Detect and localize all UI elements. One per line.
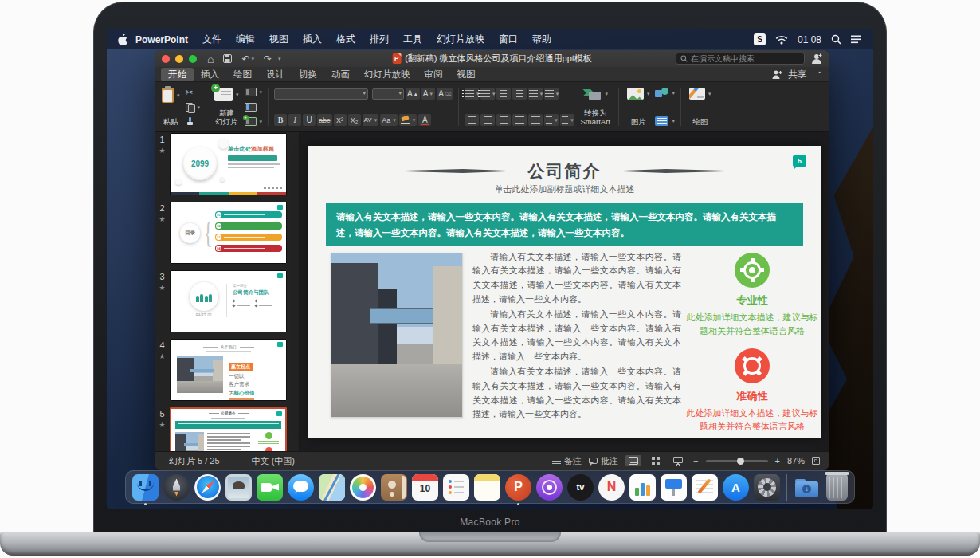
slide-thumbnail-5-selected[interactable]: 公司简介 <box>170 407 287 451</box>
character-spacing-button[interactable]: AV▾ <box>363 114 379 126</box>
font-size-combobox[interactable] <box>372 88 404 100</box>
zoom-out-button[interactable]: − <box>693 456 698 466</box>
font-color-button[interactable]: A <box>418 114 431 126</box>
dock-keynote-icon[interactable] <box>661 474 687 501</box>
text-box-icon[interactable] <box>655 116 668 126</box>
share-button[interactable]: 共享 <box>789 69 807 81</box>
customize-toolbar-icon[interactable]: ▾ <box>278 56 281 61</box>
feature1-title[interactable]: 专业性 <box>737 293 768 308</box>
justify-button[interactable] <box>512 114 527 126</box>
current-slide[interactable]: 5 公司简介 单击此处添加副标题或详细文本描述 请输入有关文本描述，请输入一些文… <box>308 146 821 438</box>
menu-item-view[interactable]: 视图 <box>269 33 288 46</box>
align-right-button[interactable] <box>496 114 511 126</box>
menu-item-slideshow[interactable]: 幻灯片放映 <box>437 33 484 46</box>
slide-body-text[interactable]: 请输入有关文本描述，请输入一些文本内容。请输入有关文本描述，请输入一些文本内容。… <box>472 250 681 423</box>
dock-contacts-icon[interactable] <box>381 474 407 501</box>
draw-button[interactable]: ▾ 绘图 <box>687 86 714 128</box>
grow-font-button[interactable]: A▲ <box>406 88 420 100</box>
slide-thumbnail-4[interactable]: 关于我们 赢在起点 一切以 客户需求 为核心价值 <box>170 339 287 401</box>
fit-slide-icon[interactable] <box>812 457 820 465</box>
dock-launchpad-icon[interactable] <box>163 474 190 501</box>
dock-trash-icon[interactable] <box>826 474 848 501</box>
notes-toggle[interactable]: 备注 <box>552 455 582 467</box>
shrink-font-button[interactable]: A▼ <box>421 88 436 100</box>
increase-indent-button[interactable] <box>512 88 527 100</box>
text-highlight-button[interactable]: ▾ <box>399 114 417 126</box>
dock-appletv-icon[interactable]: tv <box>567 474 594 501</box>
spotlight-search-icon[interactable] <box>831 34 841 45</box>
italic-button[interactable]: I <box>288 114 301 126</box>
slide-thumbnail-2[interactable]: 目录 { 01 02 03 04 <box>170 202 287 264</box>
tab-review[interactable]: 审阅 <box>417 68 450 81</box>
bold-button[interactable]: B <box>274 114 287 126</box>
format-painter-icon[interactable] <box>186 117 194 126</box>
tab-animations[interactable]: 动画 <box>324 68 357 81</box>
tab-transitions[interactable]: 切换 <box>292 68 324 81</box>
dock-appstore-icon[interactable]: A <box>723 474 749 501</box>
bullets-button[interactable]: ▾ <box>465 88 479 100</box>
menu-item-window[interactable]: 窗口 <box>499 33 518 46</box>
underline-button[interactable]: U <box>303 114 316 126</box>
shapes-icon[interactable] <box>655 88 668 99</box>
tab-home[interactable]: 开始 <box>161 68 194 81</box>
zoom-in-button[interactable]: + <box>775 456 780 466</box>
clear-formatting-button[interactable]: A⌫ <box>437 88 453 100</box>
slide-title[interactable]: 公司简介 <box>528 160 602 183</box>
paste-button[interactable]: ▾ 粘贴 <box>159 86 182 128</box>
distribute-button[interactable] <box>528 114 543 126</box>
normal-view-button[interactable] <box>625 455 641 466</box>
zoom-percentage[interactable]: 87% <box>787 456 805 466</box>
home-icon[interactable]: ⌂ <box>207 53 214 65</box>
picture-button[interactable]: ▾ 图片 <box>625 86 653 128</box>
dock-system-preferences-icon[interactable] <box>754 474 780 501</box>
feature2-description[interactable]: 此处添加详细文本描述，建议与标题相关并符合整体语言风格 <box>684 407 820 434</box>
tab-slideshow[interactable]: 幻灯片放映 <box>357 68 417 81</box>
dock-maps-icon[interactable] <box>319 474 345 501</box>
slideshow-button[interactable] <box>670 455 686 467</box>
smartart-button[interactable]: ▾ 转换为SmartArt <box>578 86 612 128</box>
search-input[interactable]: 在演示文稿中搜索 <box>676 53 805 65</box>
notification-center-icon[interactable] <box>851 35 862 44</box>
dock-photos-icon[interactable] <box>350 474 376 501</box>
slide-sorter-button[interactable] <box>649 455 663 466</box>
dock-powerpoint-icon[interactable]: P <box>505 474 531 501</box>
wifi-icon[interactable] <box>775 35 788 45</box>
menu-clock[interactable]: 01 08 <box>798 34 821 45</box>
menu-item-help[interactable]: 帮助 <box>532 33 551 46</box>
dock-reminders-icon[interactable] <box>443 474 469 501</box>
tab-design[interactable]: 设计 <box>259 68 292 81</box>
close-window-button[interactable] <box>162 55 170 63</box>
dock-facetime-icon[interactable] <box>257 474 283 501</box>
dock-finder-icon[interactable] <box>132 474 159 501</box>
dock-calendar-icon[interactable]: 10 <box>412 474 438 501</box>
undo-button[interactable]: ↶▾ <box>241 54 254 64</box>
align-left-button[interactable] <box>465 114 479 126</box>
dock-mail-icon[interactable] <box>225 474 252 501</box>
language-indicator[interactable]: 中文 (中国) <box>252 455 295 467</box>
slide-thumbnail-1[interactable]: 2099 单击此处添加标题 <box>170 133 287 195</box>
slide-banner-text[interactable]: 请输入有关文本描述，请输入一些文本内容。请输入有关文本描述，请输入一些文本内容。… <box>326 203 803 246</box>
slide-subtitle[interactable]: 单击此处添加副标题或详细文本描述 <box>308 183 821 195</box>
feature1-description[interactable]: 此处添加详细文本描述，建议与标题相关并符合整体语言风格 <box>684 311 820 338</box>
text-direction-button[interactable]: ▾ <box>544 114 559 126</box>
columns-button[interactable]: ▾ <box>544 88 559 100</box>
slide-thumbnail-3[interactable]: PART 01 第一部分 公司简介与团队 <box>170 270 287 332</box>
dock-news-icon[interactable]: N <box>598 474 625 501</box>
align-center-button[interactable] <box>480 114 495 126</box>
collapse-ribbon-icon[interactable]: ⌃ <box>817 70 823 79</box>
tab-view[interactable]: 视图 <box>450 68 483 81</box>
menu-item-format[interactable]: 格式 <box>336 33 355 46</box>
minimize-window-button[interactable] <box>175 55 183 63</box>
comments-toggle[interactable]: 批注 <box>589 455 618 467</box>
account-avatar-icon[interactable] <box>811 53 822 64</box>
status-app-icon[interactable]: S <box>754 33 766 45</box>
zoom-slider[interactable] <box>706 460 768 462</box>
menu-item-tools[interactable]: 工具 <box>403 33 422 46</box>
slide-thumbnail-panel[interactable]: 1★ 2099 单击此处添加标题 <box>155 132 300 451</box>
slide-layout-icon[interactable] <box>245 88 257 96</box>
slide-photo[interactable] <box>331 253 463 418</box>
menu-item-arrange[interactable]: 排列 <box>370 33 389 46</box>
dock-pages-icon[interactable] <box>692 474 718 501</box>
change-case-button[interactable]: Aa▾ <box>380 114 398 126</box>
align-text-button[interactable]: ▾ <box>560 114 574 126</box>
